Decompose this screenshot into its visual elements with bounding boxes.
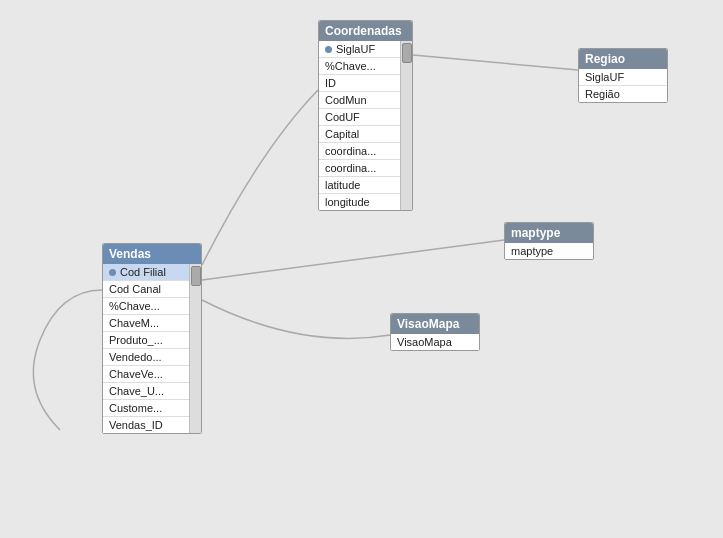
table-coordenadas[interactable]: Coordenadas SiglaUF %Chave... ID CodMun … bbox=[318, 20, 413, 211]
table-row[interactable]: ID bbox=[319, 75, 400, 92]
vendas-scrollbar[interactable] bbox=[189, 264, 201, 433]
table-visaomapa-header: VisaoMapa bbox=[391, 314, 479, 334]
table-row[interactable]: coordina... bbox=[319, 143, 400, 160]
table-row[interactable]: %Chave... bbox=[319, 58, 400, 75]
table-row[interactable]: SiglaUF bbox=[319, 41, 400, 58]
table-row[interactable]: VisaoMapa bbox=[391, 334, 479, 350]
table-coordenadas-header: Coordenadas bbox=[319, 21, 412, 41]
table-row[interactable]: Cod Canal bbox=[103, 281, 189, 298]
diagram-canvas[interactable]: Coordenadas SiglaUF %Chave... ID CodMun … bbox=[0, 0, 723, 538]
table-row[interactable]: coordina... bbox=[319, 160, 400, 177]
table-regiao[interactable]: Regiao SiglaUF Região bbox=[578, 48, 668, 103]
table-row[interactable]: latitude bbox=[319, 177, 400, 194]
table-vendas[interactable]: Vendas Cod Filial Cod Canal %Chave... Ch… bbox=[102, 243, 202, 434]
table-regiao-header: Regiao bbox=[579, 49, 667, 69]
table-visaomapa[interactable]: VisaoMapa VisaoMapa bbox=[390, 313, 480, 351]
table-row[interactable]: Vendedo... bbox=[103, 349, 189, 366]
table-maptype[interactable]: maptype maptype bbox=[504, 222, 594, 260]
table-row[interactable]: %Chave... bbox=[103, 298, 189, 315]
table-row[interactable]: Cod Filial bbox=[103, 264, 189, 281]
table-row[interactable]: ChaveM... bbox=[103, 315, 189, 332]
table-row[interactable]: CodUF bbox=[319, 109, 400, 126]
svg-line-0 bbox=[413, 55, 578, 70]
table-maptype-header: maptype bbox=[505, 223, 593, 243]
table-row[interactable]: Produto_... bbox=[103, 332, 189, 349]
table-row[interactable]: ChaveVe... bbox=[103, 366, 189, 383]
table-row[interactable]: Vendas_ID bbox=[103, 417, 189, 433]
table-row[interactable]: Chave_U... bbox=[103, 383, 189, 400]
table-row[interactable]: SiglaUF bbox=[579, 69, 667, 86]
table-row[interactable]: Custome... bbox=[103, 400, 189, 417]
coordenadas-scrollbar[interactable] bbox=[400, 41, 412, 210]
table-row[interactable]: CodMun bbox=[319, 92, 400, 109]
table-row[interactable]: longitude bbox=[319, 194, 400, 210]
table-row[interactable]: Capital bbox=[319, 126, 400, 143]
table-vendas-header: Vendas bbox=[103, 244, 201, 264]
table-row[interactable]: maptype bbox=[505, 243, 593, 259]
table-row[interactable]: Região bbox=[579, 86, 667, 102]
